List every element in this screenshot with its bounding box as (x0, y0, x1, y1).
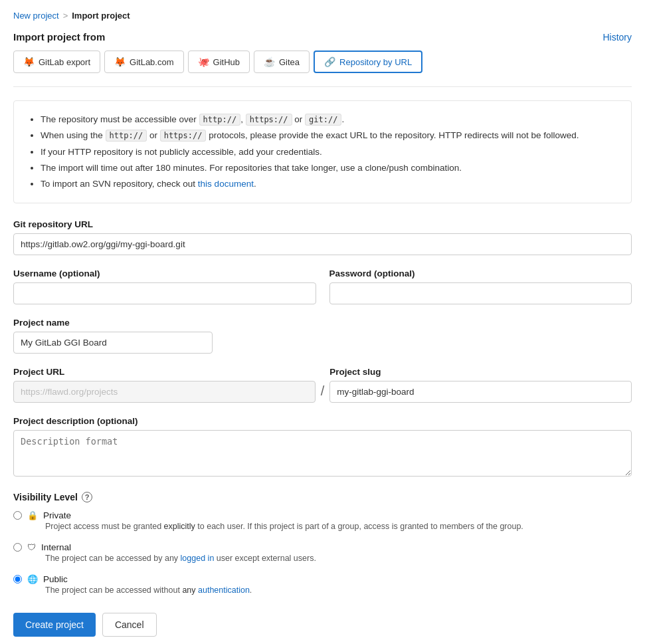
breadcrumb-current: Import project (72, 11, 130, 21)
info-bullet-3: If your HTTP repository is not publicly … (41, 144, 618, 160)
git-url-section: Git repository URL (13, 219, 632, 255)
project-slug-section: Project slug (329, 367, 632, 403)
public-icon: 🌐 (27, 574, 38, 584)
public-description: The project can be accessed without any … (45, 584, 632, 597)
info-bullet-2: When using the http:// or https:// proto… (41, 128, 618, 144)
project-slug-label: Project slug (329, 367, 632, 377)
project-name-input[interactable] (13, 332, 213, 354)
info-bullet-1: The repository must be accessible over h… (41, 112, 618, 128)
git-url-input[interactable] (13, 233, 632, 255)
visibility-help-icon[interactable]: ? (82, 492, 92, 502)
private-label[interactable]: Private (43, 510, 71, 520)
password-section: Password (optional) (329, 268, 632, 304)
project-url-input[interactable] (13, 381, 316, 403)
section-divider (13, 86, 632, 87)
description-label: Project description (optional) (13, 416, 632, 426)
public-label[interactable]: Public (43, 574, 68, 584)
info-box: The repository must be accessible over h… (13, 100, 632, 203)
project-name-label: Project name (13, 318, 632, 328)
private-description: Project access must be granted explicitl… (45, 520, 632, 533)
gitea-icon: ☕ (264, 56, 275, 67)
actions-row: Create project Cancel (13, 613, 632, 637)
visibility-public-option: 🌐 Public The project can be accessed wit… (13, 574, 632, 597)
gitlab-export-icon: 🦊 (23, 56, 35, 67)
auth-link[interactable]: authentication (198, 586, 250, 595)
github-icon: 🐙 (198, 56, 209, 67)
breadcrumb: New project > Import project (13, 11, 632, 21)
project-slug-input[interactable] (329, 381, 632, 403)
page-title: Import project from (13, 31, 105, 43)
internal-icon: 🛡 (27, 542, 36, 552)
visibility-private-option: 🔒 Private Project access must be granted… (13, 510, 632, 533)
private-icon: 🔒 (27, 510, 38, 520)
gitlab-com-icon: 🦊 (114, 56, 126, 67)
internal-description: The project can be accessed by any logge… (45, 552, 632, 565)
visibility-internal-option: 🛡 Internal The project can be accessed b… (13, 542, 632, 565)
username-input[interactable] (13, 282, 316, 304)
username-label: Username (optional) (13, 268, 316, 278)
svn-doc-link[interactable]: this document (198, 179, 254, 189)
info-bullet-4: The import will time out after 180 minut… (41, 160, 618, 176)
info-bullet-5: To import an SVN repository, check out t… (41, 176, 618, 192)
tab-gitea[interactable]: ☕ Gitea (254, 51, 310, 73)
visibility-internal-radio[interactable] (13, 543, 22, 552)
password-input[interactable] (329, 282, 632, 304)
project-url-slug-section: Project URL / Project slug (13, 367, 632, 403)
logged-in-link[interactable]: logged in (181, 554, 215, 563)
credentials-section: Username (optional) Password (optional) (13, 268, 632, 304)
tab-gitlab-export[interactable]: 🦊 GitLab export (13, 51, 100, 73)
import-tabs: 🦊 GitLab export 🦊 GitLab.com 🐙 GitHub ☕ … (13, 51, 632, 73)
password-label: Password (optional) (329, 268, 632, 278)
history-link[interactable]: History (602, 32, 632, 43)
username-section: Username (optional) (13, 268, 316, 304)
tab-github[interactable]: 🐙 GitHub (188, 51, 250, 73)
url-slash: / (321, 383, 325, 403)
visibility-private-radio[interactable] (13, 511, 22, 520)
create-project-button[interactable]: Create project (13, 613, 96, 637)
cancel-button[interactable]: Cancel (102, 613, 157, 637)
visibility-public-radio[interactable] (13, 575, 22, 584)
page-header: Import project from History (13, 31, 632, 43)
url-icon: 🔗 (324, 56, 335, 67)
project-url-label: Project URL (13, 367, 316, 377)
visibility-section: Visibility Level ? 🔒 Private Project acc… (13, 492, 632, 596)
tab-gitlab-com[interactable]: 🦊 GitLab.com (104, 51, 183, 73)
breadcrumb-parent[interactable]: New project (13, 11, 59, 21)
project-url-section: Project URL (13, 367, 316, 403)
git-url-label: Git repository URL (13, 219, 632, 229)
tab-repository-url[interactable]: 🔗 Repository by URL (314, 51, 422, 73)
visibility-title: Visibility Level ? (13, 492, 632, 502)
internal-label[interactable]: Internal (41, 542, 71, 552)
description-input[interactable] (13, 430, 632, 477)
description-section: Project description (optional) (13, 416, 632, 479)
breadcrumb-separator: > (63, 11, 68, 21)
project-name-section: Project name (13, 318, 632, 354)
